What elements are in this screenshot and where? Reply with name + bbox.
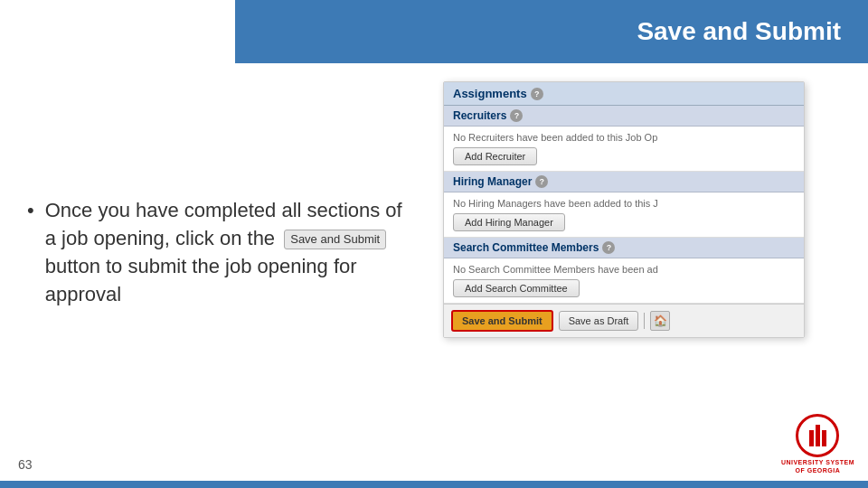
right-panel: Assignments ? Recruiters ? No Recruiters… [443,81,805,338]
bullet-dot: • [27,199,34,222]
logo-col-1 [809,430,814,446]
assignments-section-header: Assignments ? [444,82,804,106]
bottom-buttons-row: Save and Submit Save as Draft 🏠 [444,304,804,337]
save-submit-button[interactable]: Save and Submit [451,310,553,332]
logo-circle [796,414,839,457]
add-recruiter-button[interactable]: Add Recruiter [453,147,537,165]
recruiters-help-icon[interactable]: ? [510,109,523,122]
search-committee-title: Search Committee Members [453,241,599,254]
add-search-committee-button[interactable]: Add Search Committee [453,279,580,297]
hiring-manager-help-icon[interactable]: ? [535,175,548,188]
bullet-text: Once you have completed all sections of … [45,197,416,308]
search-committee-body: No Search Committee Members have been ad… [444,258,804,304]
home-icon-button[interactable]: 🏠 [650,311,670,331]
search-committee-help-icon[interactable]: ? [602,241,615,254]
button-divider [644,313,645,329]
search-committee-section-header: Search Committee Members ? [444,238,804,258]
page-number: 63 [18,457,33,472]
hiring-manager-section-header: Hiring Manager ? [444,172,804,192]
logo-col-2 [816,425,820,446]
logo-text-line2: OF GEORGIA [796,467,841,474]
assignments-help-icon[interactable]: ? [531,88,543,100]
bottom-bar [0,481,868,488]
recruiters-body: No Recruiters have been added to this Jo… [444,127,804,172]
logo-text-line1: UNIVERSITY SYSTEM [781,459,854,466]
add-hiring-manager-button[interactable]: Add Hiring Manager [453,213,565,231]
no-recruiters-text: No Recruiters have been added to this Jo… [453,132,795,143]
left-content: • Once you have completed all sections o… [27,72,416,434]
save-draft-button[interactable]: Save as Draft [559,311,639,331]
recruiters-title: Recruiters [453,109,506,122]
page-title: Save and Submit [637,17,841,46]
inline-save-submit-button: Save and Submit [284,230,386,249]
no-search-committee-text: No Search Committee Members have been ad [453,264,795,275]
university-logo: UNIVERSITY SYSTEM OF GEORGIA [781,414,854,474]
assignments-title: Assignments [453,87,527,100]
recruiters-section-header: Recruiters ? [444,106,804,127]
no-hiring-managers-text: No Hiring Managers have been added to th… [453,198,795,209]
bullet-item: • Once you have completed all sections o… [27,197,416,308]
logo-columns [809,425,826,446]
logo-col-3 [822,430,826,446]
hiring-manager-body: No Hiring Managers have been added to th… [444,192,804,238]
hiring-manager-title: Hiring Manager [453,175,532,188]
header-bar: Save and Submit [235,0,868,63]
